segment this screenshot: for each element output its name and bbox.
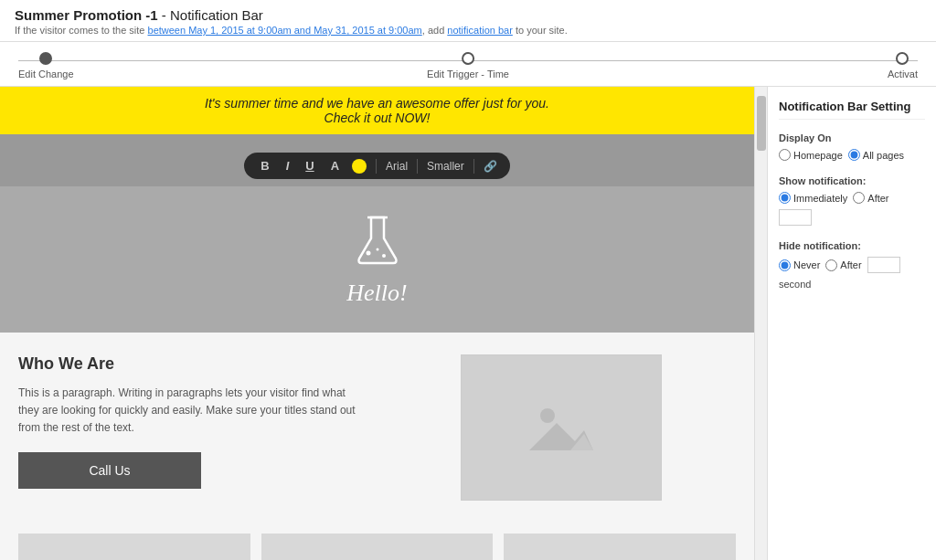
scrollbar[interactable] <box>754 87 767 560</box>
font-selector[interactable]: Arial <box>386 160 408 173</box>
toolbar-divider-3 <box>473 159 474 174</box>
content-left: Who We Are This is a paragraph. Writing … <box>18 354 368 501</box>
notification-bar: It's summer time and we have an awesome … <box>0 87 754 134</box>
placeholder-box-2 <box>261 534 494 560</box>
image-placeholder <box>461 354 662 501</box>
hide-after-option[interactable]: After <box>825 259 861 271</box>
step-edit-trigger[interactable]: Edit Trigger - Time <box>427 52 509 79</box>
step-edit-change[interactable]: Edit Change <box>18 52 74 79</box>
main-layout: It's summer time and we have an awesome … <box>0 87 936 560</box>
step-circle-3 <box>896 52 909 65</box>
color-picker[interactable] <box>352 159 367 174</box>
hide-notification-section: Hide notification: Never After second <box>779 240 925 290</box>
editor-toolbar: B I U A Arial Smaller 🔗 <box>244 153 510 179</box>
svg-point-3 <box>382 254 386 258</box>
call-us-button[interactable]: Call Us <box>18 452 201 489</box>
hide-after-input[interactable] <box>867 257 900 273</box>
show-notification-section: Show notification: Immediately After <box>779 175 925 226</box>
hero-title: Hello! <box>346 280 407 307</box>
svg-point-1 <box>366 250 370 255</box>
page-description: If the visitor comes to the site between… <box>15 25 921 36</box>
scrollbar-thumb[interactable] <box>757 96 766 151</box>
hide-notification-label: Hide notification: <box>779 240 925 251</box>
underline-button[interactable]: U <box>302 157 317 174</box>
settings-title: Notification Bar Setting <box>779 100 925 120</box>
color-a-button[interactable]: A <box>327 157 343 174</box>
show-notification-options: Immediately After <box>779 192 925 226</box>
content-heading: Who We Are <box>18 354 368 374</box>
immediately-option[interactable]: Immediately <box>779 192 847 204</box>
bottom-placeholders <box>0 523 754 560</box>
all-pages-option[interactable]: All pages <box>848 149 904 161</box>
progress-steps: Edit Change Edit Trigger - Time Activat <box>0 42 936 87</box>
placeholder-box-3 <box>504 534 736 560</box>
italic-button[interactable]: I <box>282 157 293 174</box>
size-selector[interactable]: Smaller <box>427 160 464 173</box>
flask-icon <box>355 213 400 270</box>
show-after-option[interactable]: After <box>853 192 888 204</box>
bold-button[interactable]: B <box>257 157 272 174</box>
hide-notification-options: Never After second <box>779 257 925 290</box>
toolbar-divider-2 <box>417 159 418 174</box>
date-range-link[interactable]: between May 1, 2015 at 9:00am and May 31… <box>148 25 422 36</box>
notification-bar-link[interactable]: notification bar <box>447 25 513 36</box>
seconds-label: second <box>779 279 811 290</box>
step-circle-1 <box>39 52 52 65</box>
content-right <box>387 354 737 501</box>
link-button[interactable]: 🔗 <box>484 160 497 173</box>
show-notification-label: Show notification: <box>779 175 925 186</box>
toolbar-divider <box>376 159 377 174</box>
svg-point-2 <box>376 248 378 250</box>
top-header: Summer Promotion -1 - Notification Bar I… <box>0 0 936 42</box>
hero-section: Hello! <box>0 186 754 333</box>
display-on-options: Homepage All pages <box>779 149 925 161</box>
display-on-label: Display On <box>779 132 925 143</box>
step-activate[interactable]: Activat <box>888 52 918 79</box>
step-circle-2 <box>462 52 474 65</box>
settings-panel: Notification Bar Setting Display On Home… <box>767 87 936 560</box>
page-title: Summer Promotion -1 - Notification Bar <box>15 7 921 23</box>
content-area: Who We Are This is a paragraph. Writing … <box>0 333 754 523</box>
never-option[interactable]: Never <box>779 259 820 271</box>
svg-point-4 <box>540 408 555 423</box>
display-on-section: Display On Homepage All pages <box>779 132 925 161</box>
content-paragraph: This is a paragraph. Writing in paragrap… <box>18 385 368 438</box>
homepage-option[interactable]: Homepage <box>779 149 843 161</box>
show-after-input[interactable] <box>779 209 812 226</box>
preview-area: It's summer time and we have an awesome … <box>0 87 754 560</box>
placeholder-box-1 <box>18 534 250 560</box>
